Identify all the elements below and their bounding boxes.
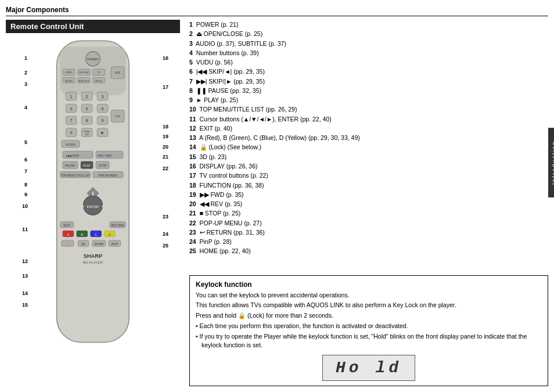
instruction-item: 6 |◀◀ SKIP/◄| (pp. 29, 35) [189,67,548,76]
instruction-item: 7 ▶▶| SKIP/|► (pp. 29, 35) [189,77,548,86]
svg-text:VOL: VOL [114,71,120,74]
label-20: 20 [163,144,168,150]
instruction-item: 12 EXIT (p. 40) [189,124,548,133]
svg-text:ENTER: ENTER [87,204,99,208]
keylock-box: Keylock function You can set the keylock… [189,275,548,387]
instruction-num: 21 [189,210,196,217]
instruction-num: 11 [189,116,196,123]
svg-text:►: ► [102,204,105,208]
instruction-num: 25 [189,247,196,254]
instruction-num: 18 [189,182,196,189]
instruction-num: 19 [189,191,196,198]
svg-text:VUDU: VUDU [66,142,76,146]
instruction-item: 17 TV control buttons (p. 22) [189,171,548,180]
page-title: Major Components [6,6,69,14]
label-14: 14 [22,290,28,296]
label-18: 18 [163,124,168,130]
svg-text:0: 0 [70,130,73,135]
instruction-item: 15 3D (p. 23) [189,152,548,161]
svg-text:3: 3 [102,94,104,99]
instruction-item: 10 TOP MENU/TITLE LIST (pp. 26, 29) [189,105,548,114]
svg-text:DISPLAY: DISPLAY [79,71,89,74]
svg-text:POP-UP MENU: POP-UP MENU [99,174,118,177]
instruction-num: 4 [189,49,193,56]
instruction-num: 22 [189,220,196,226]
instruction-num: 3 [189,40,193,47]
svg-text:◄: ◄ [81,204,84,208]
svg-text:POWER: POWER [87,57,99,61]
svg-text:OPEN: OPEN [66,71,73,74]
instruction-num: 10 [189,106,196,113]
label-13: 13 [22,273,28,279]
instruction-item: 23 ↩ RETURN (pp. 31, 36) [189,228,548,237]
svg-text:6: 6 [102,106,104,112]
hold-display: Ho ld [322,355,415,381]
label-12: 12 [22,258,28,264]
page-number: · [545,381,547,387]
top-bar: Major Components [6,6,548,16]
svg-text:5: 5 [86,106,88,112]
label-7: 7 [24,168,27,174]
svg-text:9: 9 [102,118,104,123]
label-25: 25 [163,243,168,249]
instruction-num: 20 [189,200,196,207]
instruction-item: 5 VUDU (p. 56) [189,57,548,67]
label-11: 11 [22,226,28,232]
labels-left: 1 2 3 4 5 6 7 8 9 10 11 12 13 14 15 [6,38,35,328]
instruction-num: 12 [189,125,196,132]
label-17: 17 [163,84,168,90]
keylock-bullet1: • Each time you perform this operation, … [196,322,542,331]
instruction-num: 7 [189,78,193,85]
label-10: 10 [22,203,28,209]
instruction-item: 2 ⏏ OPEN/CLOSE (p. 25) [189,29,548,38]
svg-text:PAUSE: PAUSE [65,164,75,167]
instruction-item: 20 ◀◀ REV (p. 35) [189,199,548,208]
svg-text:|◀◀ SKIP: |◀◀ SKIP [66,154,79,157]
keylock-text: You can set the keylock to prevent accid… [196,291,542,351]
label-2: 2 [24,70,27,75]
instruction-item: 13 A (Red), B (Green), C (Blue), D (Yell… [189,133,548,142]
instruction-item: 14 🔒 (Lock) (See below.) [189,142,548,152]
instruction-item: 11 Cursor buttons (▲/▼/◄/►), ENTER (pp. … [189,114,548,124]
label-22: 22 [163,166,168,171]
page-container: Major Components Remote Control Unit 1 2… [0,0,554,392]
keylock-bullet2: • If you try to operate the Player while… [196,332,542,351]
label-24: 24 [163,231,168,237]
instruction-num: 5 [189,59,193,66]
label-1: 1 [24,55,27,61]
main-content: Remote Control Unit 1 2 3 4 5 6 7 8 9 10… [6,20,548,386]
svg-text:7: 7 [70,118,73,123]
label-3: 3 [24,81,27,87]
svg-text:BD PLAYER: BD PLAYER [83,260,103,264]
instruction-num: 13 [189,134,196,141]
svg-text:C: C [95,233,97,236]
instruction-num: 9 [189,96,193,103]
instruction-item: 8 ❚❚ PAUSE (pp. 32, 35) [189,86,548,95]
label-5: 5 [24,139,27,145]
instruction-num: 17 [189,172,196,179]
svg-text:EN: EN [85,133,89,136]
instruction-item: 19 ▶▶ FWD (p. 35) [189,190,548,199]
keylock-desc2: This function allows TVs compatible with… [196,301,542,310]
svg-text:CH: CH [116,114,120,118]
section-header: Remote Control Unit [6,20,180,33]
instruction-item: 22 POP-UP MENU (p. 27) [189,218,548,228]
remote-area: 1 2 3 4 5 6 7 8 9 10 11 12 13 14 15 [6,38,180,353]
svg-text:HOME: HOME [95,242,104,246]
left-panel: Remote Control Unit 1 2 3 4 5 6 7 8 9 10… [6,20,180,386]
labels-right: 16 17 18 19 20 21 22 23 24 25 [163,38,180,328]
instruction-item: 9 ► PLAY (p. 25) [189,95,548,105]
svg-text:8: 8 [86,118,88,123]
svg-text:1: 1 [70,94,73,99]
keylock-title: Keylock function [196,280,542,289]
svg-text:4: 4 [70,106,73,112]
instruction-item: 18 FUNCTION (pp. 36, 38) [189,181,548,190]
section-title: Remote Control Unit [10,22,84,31]
svg-text:🔒: 🔒 [66,242,70,246]
instruction-item: 24 PinP (p. 28) [189,237,548,246]
instruction-num: 15 [189,153,196,160]
label-15: 15 [22,302,28,308]
instruction-num: 6 [189,68,193,75]
remote-svg: POWER OPEN DISPLAY TV VOL AUDIO [35,38,151,351]
svg-text:RETURN: RETURN [111,224,124,227]
